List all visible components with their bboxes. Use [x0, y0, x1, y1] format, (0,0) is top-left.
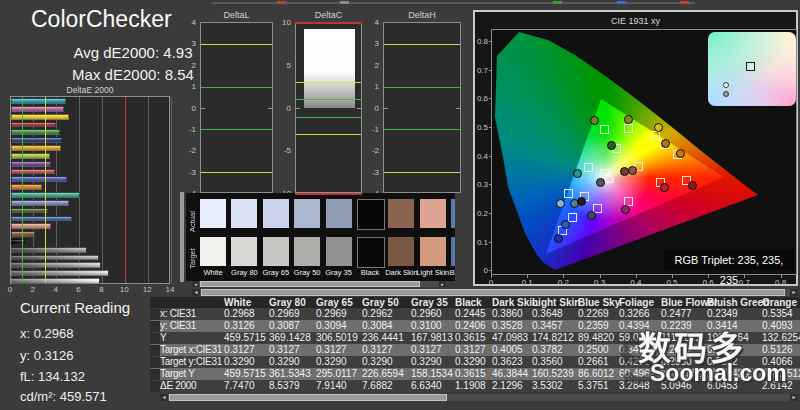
delta-plot-deltac: [295, 22, 362, 193]
table-cell: 0.3127: [316, 344, 362, 356]
top-strip-mark: [680, 1, 689, 4]
delta-tick-label: -1: [179, 125, 196, 135]
delta-tick-label: -2: [179, 146, 196, 156]
swatch-actual-gray-35: [326, 199, 352, 228]
table-cell: 0.2969: [316, 308, 362, 320]
panel-splitter[interactable]: [180, 192, 184, 282]
de-bar-foliage: [11, 208, 48, 214]
swatch-target-white: [200, 237, 226, 266]
delta-tick-label: -3: [362, 168, 379, 178]
table-row-target-y[interactable]: Target Y459.5715361.5343295.0117226.6594…: [150, 368, 800, 380]
de-x-tick-label: 6: [70, 285, 88, 295]
cie-y-tick-label: 0.8: [475, 37, 488, 47]
top-strip-mark: [553, 1, 562, 4]
cie-y-tick-label: 0.5: [475, 123, 488, 133]
table-gutter-cell: [150, 369, 160, 380]
top-strip-mark: [617, 1, 626, 4]
table-row-y-cie31[interactable]: y: CIE310.31260.30870.30940.30840.31000.…: [150, 320, 800, 332]
reading-cdm2: cd/m²: 459.571: [20, 389, 107, 404]
table-cell: 0.3528: [492, 320, 532, 332]
table-gutter-cell: [150, 297, 160, 308]
zero-tick: [200, 108, 205, 109]
table-cell: 0.4005: [492, 344, 532, 356]
table-row-target-y-cie31[interactable]: Target y:CIE310.32900.32900.32900.32900.…: [150, 356, 800, 368]
table-row-y[interactable]: Y459.5715369.1428306.5019236.4441167.981…: [150, 332, 800, 344]
scroll-left-arrow[interactable]: ◂: [192, 289, 200, 296]
table-cell: 0.3087: [269, 320, 316, 332]
cie-y-tick-label: 0.1: [475, 238, 488, 248]
swatch-row-label-target: Target: [188, 235, 197, 269]
table-cell: 0.2269: [578, 308, 619, 320]
cie-x-tick-label: 0.8: [773, 278, 789, 288]
delta-panel-title-deltah: DeltaH: [373, 10, 471, 20]
table-row--e-2000[interactable]: ΔE 20007.74708.53797.91407.68826.63401.1…: [150, 380, 800, 392]
cie-y-tick: [489, 70, 492, 71]
delta-tick-label: 5: [274, 61, 291, 71]
table-row-target-x-cie31[interactable]: Target x:CIE310.31270.31270.31270.31270.…: [150, 344, 800, 356]
swatch-target-gray-80: [231, 237, 257, 266]
measured-marker: [688, 181, 697, 190]
table-col-header-black: Black: [455, 297, 492, 308]
table-cell: 86.6012: [578, 368, 619, 380]
scroll-left-arrow[interactable]: ◂: [160, 394, 168, 401]
delta-panel-title-deltal: DeltaL: [190, 10, 283, 20]
de-bar-red: [11, 122, 56, 128]
table-cell: 111.2812: [661, 332, 707, 344]
table-row-label: Target y:CIE31: [160, 356, 224, 368]
table-gutter-cell: [150, 357, 160, 368]
de-bar-green: [11, 129, 60, 135]
de-x-tick-label: 10: [115, 285, 133, 295]
table-cell: 158.1534: [411, 368, 455, 380]
de-bar-white: [11, 278, 100, 284]
table-row-x-cie31[interactable]: x: CIE310.29680.29690.29690.29620.29600.…: [150, 308, 800, 320]
scroll-thumb[interactable]: [200, 281, 420, 287]
zero-tick: [383, 108, 388, 109]
table-cell: 0.2349: [707, 308, 762, 320]
swatch-actual-dark-skin: [388, 199, 414, 228]
scroll-thumb[interactable]: [201, 289, 785, 296]
table-cell: 0.4093: [762, 320, 800, 332]
table-cell: 3.5302: [532, 380, 578, 392]
scroll-right-arrow[interactable]: ▸: [790, 394, 798, 401]
scroll-left-arrow[interactable]: ◂: [192, 281, 199, 287]
de-bar-blue-sky: [11, 216, 72, 222]
target-marker: [624, 124, 633, 133]
table-cell: 2.1296: [492, 380, 532, 392]
table-cell: 6.0453: [707, 380, 762, 392]
limit-line: [296, 82, 361, 83]
de-bar-dark-skin: [11, 231, 35, 237]
table-label-header: [160, 297, 224, 308]
table-cell: 0.3623: [492, 356, 532, 368]
scroll-right-arrow[interactable]: ▸: [439, 281, 446, 287]
table-bottom-scrollbar[interactable]: ◂▸: [160, 394, 798, 401]
table-cell: 0.3414: [707, 320, 762, 332]
gridline: [171, 97, 172, 283]
de-bar-moderate-red: [11, 169, 55, 175]
table-cell: 0.3290: [316, 356, 362, 368]
swatch-scrollbar[interactable]: ◂▸: [192, 281, 446, 287]
cie-x-tick: [708, 275, 709, 278]
table-cell: 3.2848: [619, 380, 661, 392]
table-gutter-cell: [150, 333, 160, 344]
scroll-thumb[interactable]: [169, 394, 447, 401]
delta-plot-deltah: [383, 22, 461, 193]
scroll-right-arrow[interactable]: ▸: [790, 289, 798, 296]
table-cell: 7.6882: [362, 380, 411, 392]
cie-y-tick: [489, 270, 492, 271]
limit-line: [201, 172, 272, 173]
measured-marker: [628, 166, 637, 175]
table-cell: 8.5379: [269, 380, 316, 392]
table-row-label: Y: [160, 332, 224, 344]
cie-x-tick-label: 0.5: [664, 278, 680, 288]
cie-y-tick: [489, 156, 492, 157]
limit-line: [296, 117, 361, 118]
limit-line: [201, 87, 272, 88]
swatch-actual-blue-sky: [451, 199, 455, 228]
table-cell: 0.4066: [762, 356, 800, 368]
cie-y-tick: [489, 242, 492, 243]
target-marker: [564, 189, 573, 198]
swatch-row-label-actual: Actual: [188, 198, 197, 232]
de-bar-gray-80: [11, 270, 109, 276]
table-top-scrollbar[interactable]: ◂▸: [192, 289, 798, 296]
cie-y-tick-label: 0.4: [475, 152, 488, 162]
